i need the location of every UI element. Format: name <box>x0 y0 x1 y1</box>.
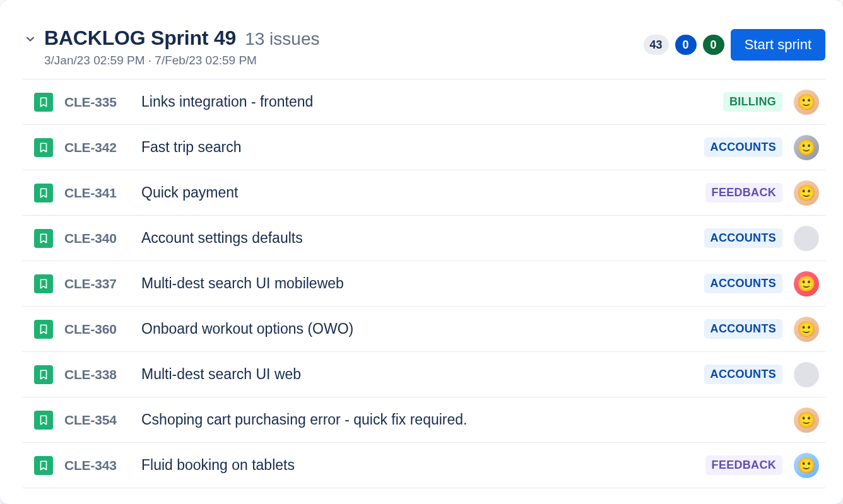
header-left: BACKLOG Sprint 49 13 issues 3/Jan/23 02:… <box>23 26 634 67</box>
issue-row[interactable]: CLE-342Fast trip searchACCOUNTS🙂 <box>23 125 825 170</box>
issue-count: 13 issues <box>245 29 319 49</box>
issue-row[interactable]: CLE-337Multi-dest search UI mobilewebACC… <box>23 261 825 307</box>
story-icon <box>34 138 53 157</box>
story-icon <box>34 184 53 202</box>
assignee-avatar[interactable]: 🙂 <box>794 407 819 433</box>
epic-tag[interactable]: BILLING <box>723 92 782 112</box>
epic-tag[interactable]: ACCOUNTS <box>704 319 782 339</box>
count-pill-done[interactable]: 0 <box>703 35 724 55</box>
assignee-avatar[interactable] <box>794 362 819 387</box>
story-icon <box>34 93 53 112</box>
issue-row[interactable]: CLE-343Fluid booking on tabletsFEEDBACK🙂 <box>23 443 825 488</box>
story-icon <box>34 411 53 430</box>
story-icon <box>34 320 53 339</box>
assignee-avatar[interactable]: 🙂 <box>794 180 819 206</box>
story-icon <box>34 274 53 293</box>
header-right: 43 0 0 Start sprint <box>644 26 825 61</box>
issue-key[interactable]: CLE-354 <box>64 413 130 428</box>
chevron-down-icon[interactable] <box>23 32 38 47</box>
issue-title[interactable]: Fluid booking on tablets <box>141 457 694 474</box>
issue-title[interactable]: Links integration - frontend <box>141 93 712 110</box>
assignee-avatar[interactable]: 🙂 <box>794 453 819 478</box>
issue-row[interactable]: CLE-335Links integration - frontendBILLI… <box>23 79 825 125</box>
issue-title[interactable]: Multi-dest search UI web <box>141 366 693 383</box>
issue-title[interactable]: Cshoping cart purchasing error - quick f… <box>141 411 782 428</box>
sprint-backlog-panel: BACKLOG Sprint 49 13 issues 3/Jan/23 02:… <box>0 0 843 504</box>
epic-tag[interactable]: ACCOUNTS <box>704 365 782 384</box>
start-sprint-button[interactable]: Start sprint <box>731 29 825 61</box>
issue-row[interactable]: CLE-341Quick paymentFEEDBACK🙂 <box>23 170 825 216</box>
issue-key[interactable]: CLE-340 <box>64 231 130 246</box>
issue-title[interactable]: Fast trip search <box>141 139 693 156</box>
count-pill-inprogress[interactable]: 0 <box>675 35 697 55</box>
issue-row[interactable]: CLE-354Cshoping cart purchasing error - … <box>23 397 825 443</box>
issue-key[interactable]: CLE-338 <box>64 367 130 382</box>
epic-tag[interactable]: FEEDBACK <box>705 455 782 475</box>
issue-title[interactable]: Multi-dest search UI mobileweb <box>141 275 693 292</box>
issue-row[interactable]: CLE-340Account settings defaultsACCOUNTS <box>23 216 825 261</box>
sprint-date-range: 3/Jan/23 02:59 PM · 7/Feb/23 02:59 PM <box>44 54 319 67</box>
epic-tag[interactable]: ACCOUNTS <box>704 228 782 248</box>
issue-key[interactable]: CLE-335 <box>64 95 130 110</box>
title-row: BACKLOG Sprint 49 13 issues <box>44 26 319 50</box>
issue-row[interactable]: CLE-360Onboard workout options (OWO)ACCO… <box>23 307 825 352</box>
count-pill-todo[interactable]: 43 <box>644 35 669 55</box>
assignee-avatar[interactable] <box>794 226 819 251</box>
assignee-avatar[interactable]: 🙂 <box>794 271 819 296</box>
issue-key[interactable]: CLE-343 <box>64 458 130 473</box>
issue-list: CLE-335Links integration - frontendBILLI… <box>23 79 825 488</box>
issue-key[interactable]: CLE-337 <box>64 276 130 291</box>
sprint-header: BACKLOG Sprint 49 13 issues 3/Jan/23 02:… <box>0 0 843 79</box>
issue-title[interactable]: Quick payment <box>141 184 694 201</box>
issue-key[interactable]: CLE-342 <box>64 140 130 155</box>
assignee-avatar[interactable]: 🙂 <box>794 317 819 342</box>
epic-tag[interactable]: FEEDBACK <box>705 183 782 202</box>
story-icon <box>34 456 53 475</box>
title-block: BACKLOG Sprint 49 13 issues 3/Jan/23 02:… <box>44 26 319 67</box>
issue-title[interactable]: Onboard workout options (OWO) <box>141 320 693 337</box>
issue-key[interactable]: CLE-360 <box>64 322 130 337</box>
assignee-avatar[interactable]: 🙂 <box>794 135 819 160</box>
epic-tag[interactable]: ACCOUNTS <box>704 138 782 157</box>
issue-title[interactable]: Account settings defaults <box>141 230 693 247</box>
issue-row[interactable]: CLE-338Multi-dest search UI webACCOUNTS <box>23 352 825 397</box>
issue-key[interactable]: CLE-341 <box>64 185 130 201</box>
epic-tag[interactable]: ACCOUNTS <box>704 274 782 293</box>
story-icon <box>34 365 53 384</box>
sprint-title[interactable]: BACKLOG Sprint 49 <box>44 26 236 50</box>
assignee-avatar[interactable]: 🙂 <box>794 90 819 115</box>
story-icon <box>34 229 53 248</box>
